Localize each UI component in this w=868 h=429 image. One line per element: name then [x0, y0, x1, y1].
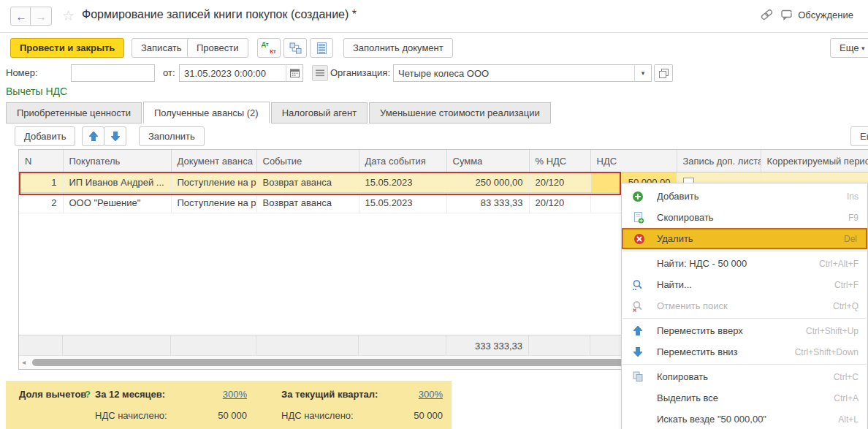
organization-input[interactable]: Четыре колеса ООО ▾	[393, 64, 652, 82]
menu-item-select-all[interactable]: Выделить всеCtrl+A	[622, 387, 867, 409]
discussion-label: Обсуждение	[798, 10, 853, 20]
register-list-icon	[317, 42, 327, 54]
col-vat-rate: % НДС	[529, 150, 590, 172]
forward-arrow-icon: →	[36, 10, 47, 23]
dt-kt-icon: ДтКт	[262, 42, 276, 55]
post-button[interactable]: Провести	[187, 38, 248, 58]
forward-button[interactable]: →	[30, 7, 52, 26]
arrow-down-icon	[631, 346, 644, 359]
fill-document-button[interactable]: Заполнить документ	[343, 38, 453, 58]
document-structure-button[interactable]	[283, 38, 307, 58]
section-title-vat-deductions: Вычеты НДС	[6, 86, 67, 97]
window-titlebar: ← → ☆ Формирование записей книги покупок…	[0, 0, 868, 33]
search-icon	[631, 278, 644, 292]
copy-icon	[631, 371, 644, 384]
menu-item-cancel-search: Отменить поискCtrl+Q	[622, 295, 867, 316]
menu-separator	[623, 364, 867, 365]
more-button[interactable]: Еще ▾	[830, 38, 868, 58]
tab-acquired-values[interactable]: Приобретенные ценности	[6, 102, 142, 124]
menu-separator	[623, 251, 867, 251]
open-object-icon	[659, 69, 669, 78]
col-event: Событие	[256, 150, 359, 172]
col-sum: Сумма	[446, 150, 529, 172]
vat-accrued-quarter-label: НДС начислено:	[281, 410, 354, 421]
total-sum-value: 333 333,33	[446, 335, 529, 356]
get-link-icon[interactable]	[760, 9, 774, 20]
context-menu: ДобавитьIns СкопироватьF9 УдалитьDel Най…	[621, 183, 868, 429]
favorite-star-icon[interactable]: ☆	[62, 7, 75, 24]
more-label: Еще	[840, 42, 859, 53]
vat-accrued-12m-value: 50 000	[218, 410, 247, 421]
period-quarter-value-link[interactable]: 300%	[419, 389, 443, 400]
cancel-search-icon	[631, 300, 644, 313]
add-row-button[interactable]: Добавить	[15, 126, 75, 146]
date-input[interactable]: 31.05.2023 0:00:00	[179, 64, 303, 82]
number-input[interactable]	[71, 64, 155, 82]
dt-kt-button[interactable]: ДтКт	[257, 38, 281, 58]
chat-icon	[781, 10, 793, 20]
period-12m-value-link[interactable]: 300%	[223, 389, 247, 400]
related-documents-icon	[289, 42, 302, 54]
tab-tax-agent[interactable]: Налоговый агент	[271, 102, 368, 124]
menu-item-copy-clipboard[interactable]: КопироватьCtrl+C	[622, 366, 867, 387]
col-vat: НДС	[590, 150, 677, 172]
menu-item-delete[interactable]: УдалитьDel	[622, 228, 867, 249]
col-n: N	[19, 150, 63, 172]
tab-sales-cost-reduction[interactable]: Уменьшение стоимости реализации	[369, 102, 551, 124]
menu-item-move-down[interactable]: Переместить внизCtrl+Shift+Down	[622, 341, 867, 362]
help-icon[interactable]: ?	[85, 389, 91, 400]
move-up-button[interactable]	[82, 126, 104, 146]
menu-item-copy-row[interactable]: СкопироватьF9	[622, 207, 867, 228]
organization-label: Организация:	[330, 67, 390, 78]
discussion-button[interactable]: Обсуждение	[781, 10, 853, 20]
table-more-button[interactable]: Еще	[850, 126, 868, 146]
menu-separator	[623, 318, 867, 319]
page-title: Формирование записей книги покупок (созд…	[82, 8, 357, 21]
number-label: Номер:	[6, 67, 38, 78]
date-label: от:	[163, 67, 175, 78]
arrow-up-icon	[89, 132, 98, 141]
organization-dropdown-icon[interactable]: ▾	[634, 65, 651, 81]
register-records-button[interactable]	[310, 38, 333, 58]
menu-item-find-value[interactable]: Найти: НДС - 50 000Ctrl+Alt+F	[622, 253, 867, 274]
table-command-panel: Добавить Заполнить Еще	[0, 126, 868, 148]
arrow-down-icon	[111, 132, 120, 141]
menu-item-move-up[interactable]: Переместить вверхCtrl+Shift+Up	[622, 320, 867, 341]
menu-item-find[interactable]: Найти...Ctrl+F	[622, 274, 867, 295]
back-button[interactable]: ←	[10, 7, 32, 26]
vat-accrued-quarter-value: 50 000	[414, 410, 443, 421]
organization-open-button[interactable]	[654, 64, 673, 82]
deduction-share-title: Доля вычетов	[19, 389, 86, 400]
fill-button[interactable]: Заполнить	[139, 126, 205, 146]
post-and-close-button[interactable]: Провести и закрыть	[10, 38, 124, 58]
col-advance-doc: Документ аванса	[171, 150, 256, 172]
col-corrected-period: Корректируемый период	[761, 150, 868, 172]
col-extra-sheet: Запись доп. листа	[677, 150, 761, 172]
table-header-row: N Покупатель Документ аванса Событие Дат…	[19, 150, 868, 172]
select-from-list-icon[interactable]	[312, 65, 328, 81]
calendar-icon[interactable]	[286, 65, 302, 81]
back-arrow-icon: ←	[16, 10, 27, 23]
scroll-left-icon[interactable]: ◂	[22, 358, 26, 366]
chevron-down-icon: ▾	[861, 45, 865, 52]
tab-received-advances[interactable]: Полученные авансы (2)	[143, 102, 270, 124]
form-toolbar: Провести и закрыть Записать Провести ДтК…	[0, 35, 868, 60]
save-button[interactable]: Записать	[132, 38, 191, 58]
delete-icon	[633, 232, 646, 246]
add-icon	[631, 190, 644, 203]
scrollbar-thumb[interactable]	[32, 359, 625, 366]
menu-item-add[interactable]: ДобавитьIns	[622, 186, 867, 207]
col-buyer: Покупатель	[63, 150, 171, 172]
move-down-button[interactable]	[104, 126, 126, 146]
menu-item-search-everywhere[interactable]: Искать везде "50 000,00"Alt+L	[622, 409, 867, 429]
copy-document-icon	[631, 211, 644, 224]
col-event-date: Дата события	[359, 150, 446, 172]
deduction-share-panel: Доля вычетов ? За 12 месяцев: 300% НДС н…	[6, 381, 452, 429]
tab-strip: Приобретенные ценности Полученные авансы…	[6, 102, 552, 124]
arrow-up-icon	[631, 324, 644, 338]
